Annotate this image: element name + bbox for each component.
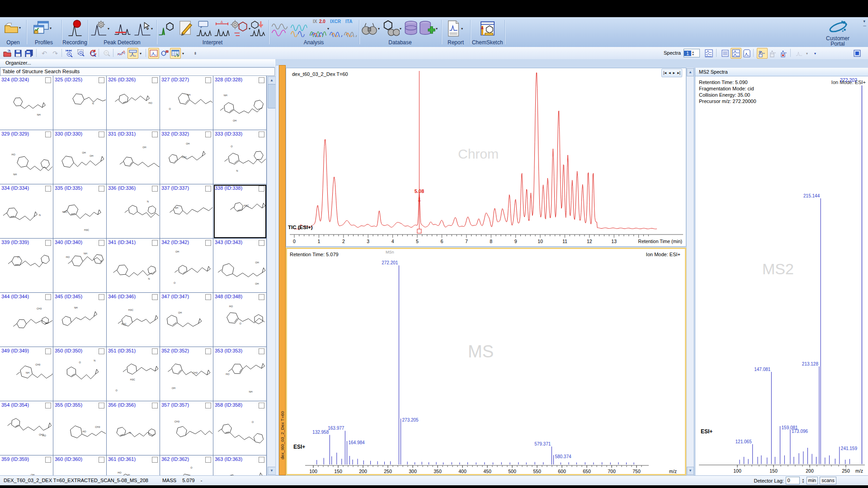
structure-cell[interactable]: 337 (ID:337)NH — [160, 184, 213, 239]
structure-checkbox[interactable] — [45, 186, 51, 192]
interpret-auto-button[interactable]: ▾ — [231, 20, 250, 37]
structure-checkbox[interactable] — [99, 77, 104, 83]
overlay-mode-dropdown[interactable]: ▾ — [804, 48, 810, 59]
interpret-delta-button[interactable]: Δ — [213, 20, 231, 37]
structure-checkbox[interactable] — [99, 457, 104, 463]
analysis-ixcr-button[interactable]: IXCR — [329, 20, 343, 37]
analysis-overlay-button[interactable] — [271, 20, 289, 37]
structure-checkbox[interactable] — [259, 186, 264, 192]
db-search-button[interactable]: ▾ — [361, 20, 380, 37]
db-structure-search-button[interactable]: ▾ — [382, 20, 401, 37]
structure-checkbox[interactable] — [45, 77, 51, 83]
chromatogram-panel[interactable]: dex_t60_03_2_Dex T=60 |◂ ◂ ▸ ▸| Chrom012… — [286, 68, 686, 247]
structure-cell[interactable]: 326 (ID:326)HO — [107, 76, 160, 130]
interpret-structure-button[interactable] — [158, 20, 176, 37]
save-button[interactable] — [13, 48, 24, 59]
table-window-button[interactable] — [170, 48, 181, 59]
zoom-range-button[interactable] — [64, 48, 75, 59]
overlay-view-button[interactable] — [731, 48, 741, 59]
stack-spectra-button[interactable] — [703, 48, 714, 59]
structure-cell[interactable]: 346 (ID:346)H3CH3C — [107, 293, 160, 347]
structure-cell[interactable]: 338 (ID:338)H3C — [213, 184, 267, 239]
organizer-bar[interactable]: Organizer... — [0, 59, 275, 67]
structure-cell[interactable]: 345 (ID:345)NH — [53, 293, 107, 347]
structure-checkbox[interactable] — [152, 186, 158, 192]
structure-checkbox[interactable] — [259, 77, 264, 83]
structure-checkbox[interactable] — [152, 457, 158, 463]
structure-checkbox[interactable] — [45, 348, 51, 354]
ms-spectrum-plot[interactable]: MS10015020025030035040045050055060065070… — [287, 249, 685, 474]
profiles-button[interactable]: ▾ — [33, 20, 52, 36]
ms2-spectra-panel[interactable]: MS2 Spectra Retention Time: 5.090Fragmen… — [695, 68, 868, 475]
structure-checkbox[interactable] — [152, 294, 158, 300]
structure-checkbox[interactable] — [99, 294, 104, 300]
interpret-apply-button[interactable] — [250, 20, 267, 37]
interpret-annotate-button[interactable] — [195, 20, 212, 37]
structure-checkbox[interactable] — [152, 240, 158, 246]
structure-cell[interactable]: 361 (ID:361)HON — [107, 455, 160, 475]
structure-checkbox[interactable] — [205, 77, 211, 83]
ms-spectrum-panel[interactable]: Retention Time: 5.079 Ion Mode: ESI+ MS1… — [286, 248, 686, 475]
structure-cell[interactable]: 357 (ID:357)CH3 — [160, 401, 213, 455]
structure-checkbox[interactable] — [99, 348, 104, 354]
detector-lag-input[interactable]: 0 — [786, 477, 800, 484]
structure-checkbox[interactable] — [45, 131, 51, 137]
structure-cell[interactable]: 356 (ID:356)N — [107, 401, 160, 455]
spectra-stepper[interactable]: 1 ▲▼ — [684, 49, 700, 57]
recording-button[interactable] — [67, 20, 83, 37]
fullscreen-button[interactable] — [852, 48, 863, 59]
structure-checkbox[interactable] — [259, 403, 264, 408]
structure-checkbox[interactable] — [152, 77, 158, 83]
units-min-button[interactable]: min — [807, 477, 818, 484]
structure-checkbox[interactable] — [205, 131, 211, 137]
structure-cell[interactable]: 335 (ID:335)H3CH3C — [53, 184, 107, 239]
structure-cell[interactable]: 348 (ID:348)OHO — [213, 293, 267, 347]
scroll-down-icon[interactable]: ▼ — [268, 467, 276, 475]
spinner-arrows-icon[interactable]: ▲▼ — [802, 478, 805, 483]
chemsketch-button[interactable] — [478, 20, 495, 37]
structure-checkbox[interactable] — [259, 294, 264, 300]
active-document-tab[interactable]: dex_t60_03_2_Dex T=60 — [279, 65, 286, 475]
analysis-ita-button[interactable]: ITA — [344, 20, 357, 37]
add-spectrum-button[interactable] — [757, 48, 768, 59]
structure-cell[interactable]: 342 (ID:342)OHO — [160, 239, 213, 293]
structure-checkbox[interactable] — [99, 131, 104, 137]
structure-cell[interactable]: 329 (ID:329)NHHO — [0, 130, 53, 184]
structure-checkbox[interactable] — [99, 240, 104, 246]
structure-cell[interactable]: 353 (ID:353)NHHO — [213, 347, 267, 401]
structure-cell[interactable]: 328 (ID:328)NHOH — [213, 76, 267, 130]
structure-cell[interactable]: 332 (ID:332)H3COH — [160, 130, 213, 184]
peak-detect-auto-button[interactable]: ▾ — [90, 20, 109, 37]
structure-checkbox[interactable] — [152, 403, 158, 408]
structure-checkbox[interactable] — [259, 240, 264, 246]
structure-checkbox[interactable] — [45, 294, 51, 300]
structure-checkbox[interactable] — [205, 348, 211, 354]
save-all-button[interactable] — [24, 48, 34, 59]
structure-cell[interactable]: 340 (ID:340)HONH — [53, 239, 107, 293]
peaks-view-button[interactable] — [127, 48, 138, 59]
structure-cell[interactable]: 352 (ID:352)OHCH3 — [160, 347, 213, 401]
zoom-select-button[interactable] — [76, 48, 87, 59]
document-scrollbar[interactable]: ▲ ▼ — [686, 68, 694, 475]
structure-checkbox[interactable] — [99, 186, 104, 192]
structure-checkbox[interactable] — [205, 186, 211, 192]
open-file-button[interactable] — [2, 48, 13, 59]
structure-checkbox[interactable] — [45, 403, 51, 408]
structure-checkbox[interactable] — [152, 131, 158, 137]
structure-cell[interactable]: 330 (ID:330)OHOH — [53, 130, 107, 184]
chromatogram-plot[interactable]: Chrom012345678910111213Retention Time (m… — [286, 68, 686, 246]
baseline-tool-button[interactable] — [116, 48, 127, 59]
ribbon-options-icon[interactable]: ▾─ — [863, 19, 866, 28]
structure-checkbox[interactable] — [259, 348, 264, 354]
structure-cell[interactable]: 343 (ID:343)OHOH — [213, 239, 267, 293]
open-button[interactable]: ▾ — [4, 20, 21, 35]
structure-checkbox[interactable] — [205, 457, 211, 463]
structure-cell[interactable]: 359 (ID:359)H3COH — [0, 455, 53, 475]
zoom-reset-button[interactable] — [88, 48, 99, 59]
peak-baseline-button[interactable] — [114, 20, 131, 37]
structure-window-button[interactable] — [159, 48, 170, 59]
structure-cell[interactable]: 331 (ID:331)OH — [107, 130, 160, 184]
structure-cell[interactable]: 351 (ID:351)H3CO — [107, 347, 160, 401]
spectrum-window-button[interactable] — [148, 48, 159, 59]
structure-checkbox[interactable] — [205, 294, 211, 300]
